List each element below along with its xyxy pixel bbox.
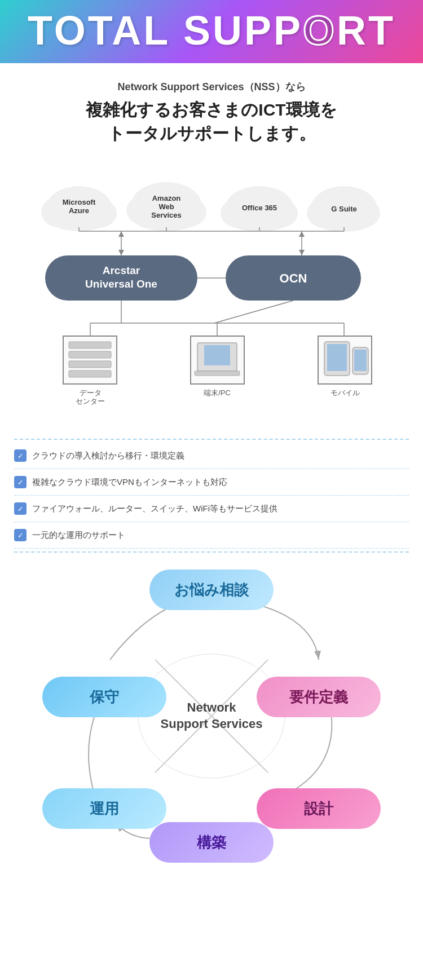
cycle-btn-maintenance[interactable]: 保守: [42, 677, 166, 717]
cycle-label-design: 設計: [304, 799, 333, 819]
check-text-4: 一元的な運用のサポート: [32, 530, 125, 541]
header-section: TOTAL SUPPORT: [0, 0, 423, 63]
svg-line-41: [214, 301, 293, 323]
diagram-svg: Microsoft Azure Amazon Web Services Offi…: [23, 162, 423, 433]
check-text-2: 複雑なクラウド環境でVPNもインターネットも対応: [32, 477, 227, 488]
svg-rect-48: [69, 351, 111, 358]
cycle-center-label: Network Support Services: [161, 700, 263, 732]
svg-text:Universal One: Universal One: [85, 278, 157, 290]
title-o: O: [303, 8, 337, 53]
cycle-center-line2: Support Services: [161, 716, 263, 732]
svg-text:モバイル: モバイル: [331, 389, 360, 397]
title-rt: RT: [337, 8, 395, 53]
title-text: TOTAL SUPP: [28, 8, 303, 53]
svg-marker-29: [118, 231, 124, 237]
subtitle-ja-line1: 複雑化するお客さまのICT環境を: [86, 100, 337, 119]
cycle-label-maintenance: 保守: [90, 687, 119, 707]
subtitle-ja-line2: トータルサポートします。: [108, 124, 316, 143]
subtitle-ja: 複雑化するお客さまのICT環境を トータルサポートします。: [11, 98, 412, 145]
svg-text:Arcstar: Arcstar: [103, 264, 140, 276]
cycle-btn-consultation[interactable]: お悩み相談: [149, 570, 274, 610]
cycle-btn-requirements[interactable]: 要件定義: [257, 677, 381, 717]
checklist-border-bottom: [14, 549, 409, 553]
cycle-btn-construction[interactable]: 構築: [149, 822, 274, 863]
check-text-1: クラウドの導入検討から移行・環境定義: [32, 451, 184, 461]
svg-text:Web: Web: [158, 202, 174, 211]
svg-text:Amazon: Amazon: [152, 194, 181, 202]
cycle-btn-operations[interactable]: 運用: [42, 788, 166, 829]
cycle-center-line1: Network: [161, 700, 263, 716]
network-diagram-section: Microsoft Azure Amazon Web Services Offi…: [0, 151, 423, 439]
subtitle-en: Network Support Services（NSS）なら: [11, 80, 412, 94]
svg-text:Microsoft: Microsoft: [63, 198, 96, 206]
svg-rect-60: [327, 344, 347, 371]
check-icon-1: ✓: [14, 449, 27, 462]
svg-text:Office 365: Office 365: [242, 204, 277, 212]
svg-text:OCN: OCN: [280, 271, 307, 285]
cycle-label-operations: 運用: [90, 799, 119, 819]
check-icon-3: ✓: [14, 502, 27, 515]
svg-text:データ: データ: [80, 389, 102, 397]
svg-text:端末/PC: 端末/PC: [204, 389, 231, 397]
cloud-gsuite-group: G Suite: [307, 186, 380, 232]
svg-rect-47: [69, 342, 111, 348]
svg-marker-32: [299, 231, 305, 237]
svg-rect-62: [354, 350, 367, 371]
main-title: TOTAL SUPPORT: [0, 10, 423, 51]
svg-rect-56: [204, 345, 230, 365]
check-item-2: ✓ 複雑なクラウド環境でVPNもインターネットも対応: [14, 469, 409, 496]
svg-marker-33: [299, 250, 305, 255]
check-icon-2: ✓: [14, 476, 27, 488]
cycle-btn-design[interactable]: 設計: [257, 788, 381, 829]
svg-rect-55: [195, 371, 240, 376]
check-item-4: ✓ 一元的な運用のサポート: [14, 522, 409, 549]
svg-text:Services: Services: [151, 211, 182, 219]
diagram-container: Microsoft Azure Amazon Web Services Offi…: [11, 162, 412, 433]
cycle-label-construction: 構築: [197, 833, 226, 853]
check-item-3: ✓ ファイアウォール、ルーター、スイッチ、WiFi等もサービス提供: [14, 496, 409, 522]
check-icon-4: ✓: [14, 529, 27, 541]
subtitle-section: Network Support Services（NSS）なら 複雑化するお客さ…: [0, 63, 423, 151]
svg-text:G Suite: G Suite: [331, 205, 357, 213]
checklist-border-top: [14, 439, 409, 443]
cycle-label-consultation: お悩み相談: [174, 580, 249, 600]
svg-rect-50: [69, 370, 111, 377]
svg-text:Azure: Azure: [69, 206, 89, 215]
check-item-1: ✓ クラウドの導入検討から移行・環境定義: [14, 443, 409, 469]
cycle-container: お悩み相談 保守 要件定義 Network Support Services 運…: [42, 570, 381, 863]
check-text-3: ファイアウォール、ルーター、スイッチ、WiFi等もサービス提供: [32, 504, 277, 514]
svg-text:センター: センター: [76, 397, 105, 405]
cloud-office365-group: Office 365: [221, 186, 298, 232]
cycle-label-requirements: 要件定義: [289, 687, 348, 707]
svg-marker-30: [118, 250, 124, 255]
checklist-section: ✓ クラウドの導入検討から移行・環境定義 ✓ 複雑なクラウド環境でVPNもインタ…: [14, 439, 409, 553]
cycle-section: お悩み相談 保守 要件定義 Network Support Services 運…: [0, 553, 423, 885]
svg-rect-49: [69, 361, 111, 368]
cloud-aws-group: Amazon Web Services: [126, 182, 206, 231]
cloud-azure-group: Microsoft Azure: [41, 186, 117, 231]
